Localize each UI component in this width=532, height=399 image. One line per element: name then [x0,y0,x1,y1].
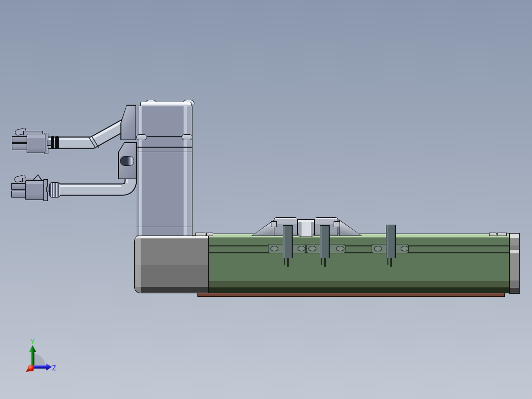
motor-body[interactable] [137,106,192,236]
motor-flange-boss [182,134,192,140]
sensor-pin [321,258,322,265]
strip-clamp-tab[interactable] [497,233,507,236]
connector-lower-prong [11,183,27,190]
z-axis-arrowhead [46,363,52,371]
y-axis-shaft [31,351,35,367]
axis-sector [33,354,45,366]
motor-housing-block[interactable] [134,235,209,293]
sensor-post[interactable] [283,225,293,258]
cad-viewport[interactable]: Y Z [0,0,532,399]
slot-hole [298,246,305,251]
cable-entry-block-upper-face [121,106,136,140]
sensor-post[interactable] [386,225,396,258]
cable-layer [0,0,532,399]
y-axis-arrowhead [29,345,37,352]
cable-band [55,136,59,149]
x-axis-origin [28,365,35,371]
connector-lower-prong [11,191,27,198]
slot-hole [270,246,278,251]
motor-cable-upper[interactable] [48,121,127,149]
strain-relief-bellows [49,182,60,198]
sensor-pin [287,258,289,267]
connector-lower-body[interactable] [25,180,44,200]
connector-upper-prong [12,143,28,150]
cable-gland-bore [120,156,134,166]
carriage-center-highlight [298,220,314,222]
connector-upper-prong [12,136,28,143]
z-axis-label: Z [52,364,56,372]
motor-seam [137,227,192,227]
axis-triad: Y Z [0,0,532,399]
slot-hole [308,246,316,251]
strip-clamp-tab[interactable] [206,233,213,236]
carriage-latch-tab-right[interactable] [334,221,340,227]
sensor-pin [387,258,388,265]
z-axis-shaft [34,365,47,369]
slot-hole [374,246,382,251]
slot-hole [336,246,344,251]
connector-upper-body[interactable] [27,134,45,153]
sensor-post[interactable] [320,225,330,258]
sensor-pin [324,258,326,267]
motor-flange-boss [136,134,147,140]
carriage-center-slide[interactable] [298,219,314,237]
rail-extrusion[interactable] [209,234,509,293]
sensor-pin [284,258,285,265]
motor-seam [137,147,192,148]
carriage-latch-tab-left[interactable] [271,221,277,227]
rail-groove-lower [209,252,509,253]
rail-end-cap[interactable] [509,233,520,294]
sensor-pin [390,258,392,267]
base-plate-strip[interactable] [197,293,505,297]
cable-band [51,136,54,149]
strip-clamp-tab[interactable] [195,233,205,236]
motor-seam [137,152,192,152]
y-axis-label: Y [31,338,35,346]
x-axis-cone [26,365,34,372]
strip-clamp-tab[interactable] [489,233,496,236]
slot-hole [401,246,409,251]
rail-groove-upper [209,245,509,246]
